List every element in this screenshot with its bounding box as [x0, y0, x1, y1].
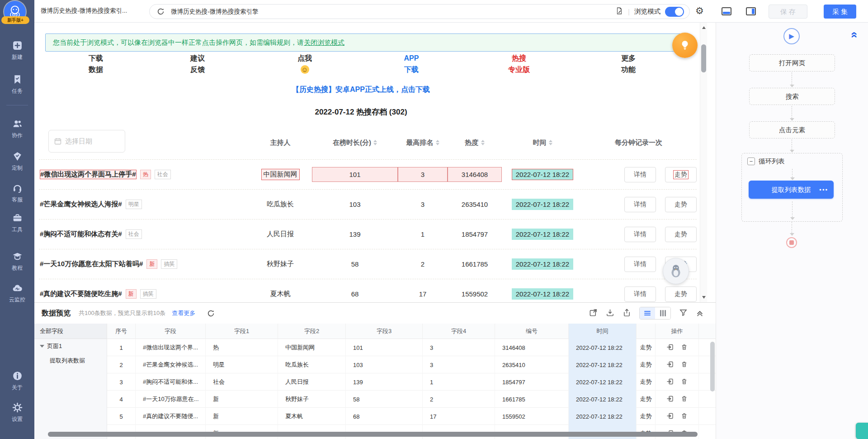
webnav-hot-pro[interactable]: 热搜专业版	[499, 52, 539, 75]
host-cell[interactable]: 人民日报	[267, 230, 294, 239]
webnav-download-data[interactable]: 下载数据	[75, 52, 116, 75]
corner-assistant-widget[interactable]	[856, 423, 868, 439]
preview-table-scrollbar[interactable]	[710, 342, 715, 432]
webnav-click-me[interactable]: 点我 ☺	[284, 52, 325, 75]
sort-heat[interactable]	[481, 140, 485, 145]
tree-extract-node[interactable]: 提取列表数据	[34, 353, 107, 368]
trend-button[interactable]: 走势	[665, 286, 697, 302]
sidebar-item-tutorial[interactable]: 教程	[0, 251, 34, 272]
row-delete-icon[interactable]	[681, 412, 688, 421]
collect-button[interactable]: 采 集	[824, 5, 856, 19]
row-delete-icon[interactable]	[681, 344, 688, 352]
right-panel-toggle-icon[interactable]	[746, 7, 756, 15]
tips-bulb-button[interactable]	[672, 33, 698, 58]
save-button[interactable]: 保 存	[769, 5, 807, 19]
trend-link[interactable]: 走势	[637, 408, 656, 425]
app-banner-link[interactable]: 【历史热搜】安卓APP正式上线，点击下载	[34, 85, 688, 95]
topic-link[interactable]: #芒果金鹰女神候选人海报#	[40, 200, 122, 209]
host-cell[interactable]: 吃瓜族长	[267, 200, 294, 209]
row-locate-icon[interactable]	[666, 395, 674, 404]
step-search[interactable]: 搜索	[749, 88, 835, 105]
scrollbar-thumb[interactable]	[710, 342, 715, 391]
sort-rank[interactable]	[436, 140, 439, 145]
detail-button[interactable]: 详情	[624, 286, 656, 302]
view-more-link[interactable]: 查看更多	[172, 309, 195, 317]
share-icon[interactable]	[623, 308, 631, 318]
host-cell[interactable]: 夏木帆	[270, 290, 291, 298]
step-open-page[interactable]: 打开网页	[749, 54, 835, 72]
topic-link[interactable]: #一天10万你愿意在太阳下站着吗#	[40, 260, 143, 268]
sort-duration[interactable]	[373, 140, 377, 145]
webnav-app-download[interactable]: APP下载	[391, 52, 432, 75]
refresh-icon[interactable]	[157, 8, 165, 15]
settings-gear-icon[interactable]: ⚙	[695, 5, 704, 16]
topic-link[interactable]: #微信出现这两个界面马上停手#	[40, 170, 137, 179]
trend-link[interactable]: 走势	[637, 391, 656, 408]
sidebar-item-new[interactable]: 新建	[0, 40, 34, 61]
step-extract-list-data[interactable]: 提取列表数据 •••	[749, 181, 834, 199]
step-click-element[interactable]: 点击元素	[749, 121, 835, 138]
preview-header: 数据预览 共100条数据，预览只显示前10条 查看更多	[34, 303, 716, 324]
sidebar-item-settings[interactable]: 设置	[0, 402, 34, 423]
scroll-down-arrow[interactable]	[702, 296, 706, 299]
browser-tab-title[interactable]: 微博历史热搜-微博热搜搜索引...	[41, 7, 139, 15]
trend-button[interactable]: 走势	[665, 167, 697, 182]
topic-link[interactable]: #真的建议不要随便吃生腌#	[40, 290, 122, 298]
sidebar-item-custom[interactable]: 定制	[0, 151, 34, 172]
tree-page-item[interactable]: 页面1	[34, 339, 107, 353]
trend-button[interactable]: 走势	[665, 197, 697, 212]
filter-icon[interactable]	[679, 308, 688, 318]
row-locate-icon[interactable]	[666, 344, 674, 352]
scrollbar-thumb[interactable]	[701, 44, 706, 72]
detail-button[interactable]: 详情	[624, 197, 656, 212]
detail-button[interactable]: 详情	[624, 167, 656, 182]
scroll-up-arrow[interactable]	[702, 26, 706, 29]
sidebar-item-cloud-monitor[interactable]: 云监控	[0, 282, 34, 304]
app-logo[interactable]: 新手版+	[0, 0, 34, 26]
address-bar[interactable]: 微博历史热搜-微博热搜搜索引擎 | 浏览模式	[149, 4, 690, 19]
sidebar-item-about[interactable]: 关于	[0, 370, 34, 391]
row-locate-icon[interactable]	[666, 412, 674, 421]
sort-time[interactable]	[549, 140, 552, 145]
topic-link[interactable]: #胸闷不适可能和体态有关#	[40, 230, 122, 239]
download-icon[interactable]	[606, 308, 614, 318]
row-delete-icon[interactable]	[681, 378, 688, 387]
webnav-feedback[interactable]: 建议反馈	[177, 52, 218, 75]
bottom-panel-toggle-icon[interactable]	[722, 7, 731, 15]
sidebar-item-tasks[interactable]: 任务	[0, 74, 34, 95]
loop-list-group[interactable]: − 循环列表 提取列表数据 •••	[741, 153, 843, 222]
webnav-more[interactable]: 更多功能	[608, 52, 649, 75]
trend-link[interactable]: 走势	[637, 339, 656, 356]
close-browse-mode-link[interactable]: 关闭浏览模式	[304, 38, 344, 47]
play-workflow-button[interactable]: ▶	[783, 28, 800, 44]
host-cell[interactable]: 秋野妹子	[267, 260, 294, 268]
edit-document-icon[interactable]	[615, 7, 623, 16]
row-delete-icon[interactable]	[681, 395, 688, 404]
trend-link[interactable]: 走势	[637, 356, 656, 373]
row-locate-icon[interactable]	[666, 361, 674, 369]
trend-link[interactable]: 走势	[637, 373, 656, 391]
row-locate-icon[interactable]	[666, 378, 674, 387]
caret-down-icon[interactable]	[40, 345, 44, 348]
horizontal-scrollbar-thumb[interactable]	[48, 432, 698, 437]
collapse-workflow-icon[interactable]: «	[850, 32, 860, 38]
host-cell[interactable]: 中国新闻网	[261, 169, 300, 180]
page-scrollbar[interactable]	[700, 23, 707, 302]
detail-button[interactable]: 详情	[624, 257, 656, 272]
column-view-button[interactable]	[655, 307, 670, 319]
sidebar-item-tools[interactable]: 工具	[0, 212, 34, 234]
sidebar-item-support[interactable]: 客服	[0, 182, 34, 204]
export-new-tab-icon[interactable]	[589, 308, 598, 318]
sidebar-item-collab[interactable]: 协作	[0, 118, 34, 139]
preview-refresh-icon[interactable]	[207, 310, 215, 317]
trend-button[interactable]: 走势	[665, 227, 697, 242]
detail-button[interactable]: 详情	[624, 227, 656, 242]
collapse-panel-icon[interactable]	[696, 309, 704, 318]
list-view-button[interactable]	[640, 307, 655, 319]
more-options-icon[interactable]: •••	[819, 186, 828, 193]
collapse-loop-button[interactable]: −	[747, 157, 755, 165]
row-delete-icon[interactable]	[681, 361, 688, 369]
penguin-widget[interactable]	[663, 258, 689, 284]
browse-mode-toggle[interactable]	[665, 7, 684, 17]
graduation-cap-icon	[12, 251, 23, 262]
